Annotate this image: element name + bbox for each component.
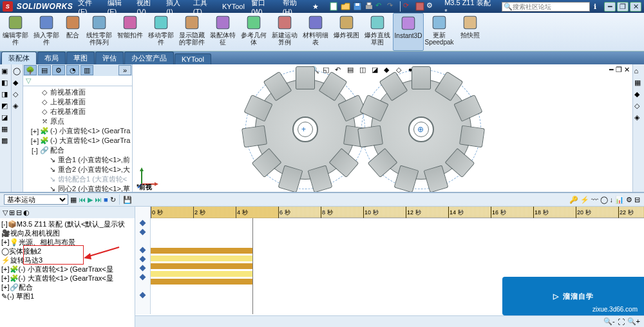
fm-node-3[interactable]: ⤱原点 [24,117,131,126]
search-input[interactable] [513,3,583,10]
vtool2-d-icon[interactable]: ◈ [13,102,22,111]
motion-node-5[interactable]: [+]🧩(-) 小直齿轮<1> (GearTrax<显 [1,265,133,274]
qat-undo-icon[interactable]: ↶ [375,1,386,12]
ribbon-btn-13[interactable]: Instant3D [393,13,424,51]
tab-3[interactable]: 评估 [95,51,124,64]
graphics-viewport[interactable]: 🔍 ◱ ↶ ▤ ◫ ◪ ◆ ◇ ● ▾ ━ ❐ ✕ [133,64,632,192]
vtool2-c-icon[interactable]: ◇ [13,90,22,99]
vtool-5-icon[interactable]: ▦ [1,125,10,134]
hud-view-icon[interactable]: ◫ [359,66,370,76]
timeline-bar-1[interactable] [151,248,252,254]
tab-0[interactable]: 装配体 [1,51,37,64]
zoom-out-icon[interactable]: 🔍- [603,317,615,326]
motion-type-select[interactable]: 基本运动 [4,194,68,205]
fm-node-5[interactable]: [+]🧩(-) 大直齿轮<1> (GearTra [24,136,131,145]
expand-icon[interactable]: [+] [1,238,10,246]
ribbon-btn-6[interactable]: 显示隐藏的零部件 [176,13,207,51]
fm-tab-dim[interactable]: ◔ [66,65,79,75]
qat-print-icon[interactable] [364,1,374,12]
tab-2[interactable]: 草图 [66,51,95,64]
ribbon-btn-4[interactable]: 智能扣件 [115,13,146,51]
motion-node-6[interactable]: [+]🧩(-) 大直齿轮<1> (GearTrax<显 [1,274,133,283]
motion-node-7[interactable]: [+]🔗配合 [1,283,133,292]
ribbon-btn-8[interactable]: 参考几何体 [238,13,269,51]
ribbon-btn-15[interactable]: 拍快照 [455,13,486,51]
tab-5[interactable]: KYTool [175,53,211,64]
fm-tab-prop[interactable]: ▤ [38,65,51,75]
vtool2-b-icon[interactable]: ◆ [13,79,22,88]
ribbon-btn-3[interactable]: 线性零部件阵列 [84,13,115,51]
vp-max-icon[interactable]: ❐ [616,66,622,74]
mt-expand-icon[interactable]: ⊞ [9,209,15,217]
qat-save-icon[interactable] [352,1,363,12]
fm-node-2[interactable]: ◇右视基准面 [24,107,131,117]
tp-view-icon[interactable]: ◈ [634,113,643,122]
mo-loop-icon[interactable]: ↻ [110,196,116,204]
mo-setting-icon[interactable]: ⚙ [626,196,632,204]
tab-4[interactable]: 办公室产品 [124,51,174,64]
menu-star[interactable]: ★ [311,3,320,11]
vp-min-icon[interactable]: ━ [609,66,614,74]
ribbon-btn-5[interactable]: 移动零部件 [146,13,176,51]
hud-section-icon[interactable]: ▤ [347,66,357,76]
ribbon-btn-11[interactable]: 爆炸视图 [331,13,362,51]
mt-filter-icon[interactable]: ▽ [3,209,8,217]
tp-appear-icon[interactable]: ◆ [634,90,643,99]
close-button[interactable]: ✕ [630,2,641,12]
fm-node-7[interactable]: ↘重合1 (小直齿轮<1>,前 [24,155,131,165]
fm-node-6[interactable]: [-]🔗配合 [24,145,131,155]
ribbon-btn-14[interactable]: 更新Speedpak [424,13,455,51]
motion-node-8[interactable]: ✎(-) 草图1 [1,292,133,301]
timeline-ruler[interactable]: 0 秒2 秒4 秒6 秒8 秒10 秒12 秒14 秒16 秒18 秒20 秒2… [151,207,644,218]
qat-rebuild-icon[interactable]: ⟳ [403,1,413,12]
vtool-3-icon[interactable]: ◩ [1,102,10,111]
motion-node-1[interactable]: 🎥视向及相机视图 [1,229,133,238]
timeline-bar-5[interactable] [151,279,252,285]
hud-display-icon[interactable]: ◪ [372,66,382,76]
timeline-end-marker[interactable] [252,218,253,314]
minimize-button[interactable]: ━ [604,2,616,12]
restore-button[interactable]: ❐ [617,2,629,12]
expand-icon[interactable]: [+] [31,137,39,145]
ribbon-btn-9[interactable]: 新建运动算例 [269,13,300,51]
mo-motor-icon[interactable]: ⚡ [580,196,589,204]
vtool-6-icon[interactable]: ▩ [1,136,10,145]
ribbon-btn-1[interactable]: 插入零部件 [31,13,62,51]
mt-collapse-icon[interactable]: ⊟ [16,209,22,217]
expand-icon[interactable]: [+] [1,274,10,282]
mo-collapse-icon[interactable]: ⊟ [634,196,640,204]
mo-stop-icon[interactable]: ■ [104,196,108,203]
fm-node-9[interactable]: ↘齿轮配合1 (大直齿轮< [24,174,131,184]
vtool-2-icon[interactable]: ◨ [1,90,10,99]
vtool-4-icon[interactable]: ◪ [1,113,10,122]
expand-icon[interactable]: [-] [31,147,39,154]
mo-contact-icon[interactable]: ◯ [600,196,608,204]
fm-tab-config[interactable]: ⚙ [52,65,65,75]
mo-play-icon[interactable]: ▶ [88,196,93,204]
fm-node-4[interactable]: [+]🧩(-) 小直齿轮<1> (GearTra [24,126,131,136]
mo-calc-icon[interactable]: ▦ [70,196,77,204]
tp-lib-icon[interactable]: ▦ [634,79,643,88]
mo-play-end-icon[interactable]: ⏭ [95,196,102,203]
tp-custom-icon[interactable]: ◇ [634,102,643,111]
ribbon-btn-10[interactable]: 材料明细表 [300,13,331,51]
mt-hide-icon[interactable]: ◐ [23,209,30,217]
ribbon-btn-0[interactable]: 编辑零部件 [0,13,31,51]
fm-node-8[interactable]: ↘重合2 (小直齿轮<1>,大 [24,165,131,174]
vtool2-a-icon[interactable]: ◯ [13,67,22,76]
vp-close-icon[interactable]: ✕ [624,66,630,74]
tp-home-icon[interactable]: ⌂ [634,67,643,76]
zoom-fit-icon[interactable]: ⛶ [618,318,625,326]
timeline-bar-2[interactable] [151,256,252,261]
ribbon-btn-2[interactable]: 配合 [62,13,84,51]
mo-gravity-icon[interactable]: ↓ [610,196,614,203]
expand-icon[interactable]: [+] [31,127,39,135]
zoom-in-icon[interactable]: 🔍+ [627,317,640,326]
qat-new-icon[interactable] [329,1,339,12]
qat-options-icon[interactable] [415,1,425,12]
qat-redo-icon[interactable]: ↷ [387,1,397,12]
mo-result-icon[interactable]: 📊 [615,196,624,204]
expand-icon[interactable]: [+] [1,265,10,273]
expand-icon[interactable]: [-] [1,220,8,228]
fm-tab-collapse[interactable]: » [118,65,131,75]
